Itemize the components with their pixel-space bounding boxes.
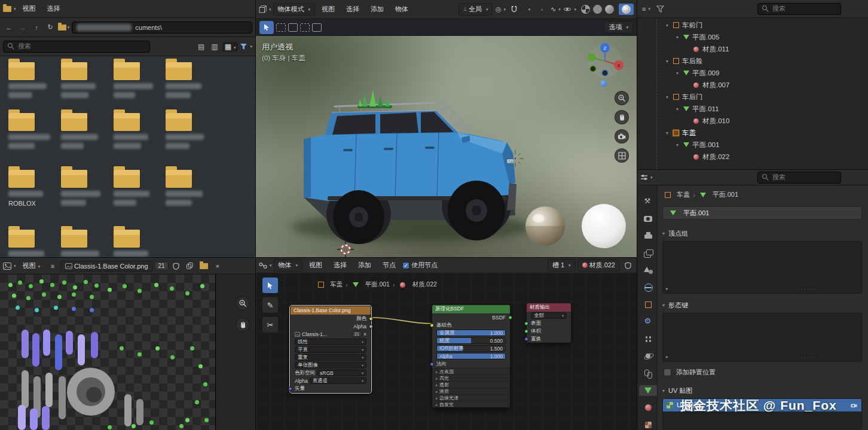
properties-tab-viewlayer[interactable] <box>639 248 657 258</box>
properties-tab-texture[interactable] <box>639 419 657 430</box>
folder-item[interactable] <box>114 230 161 257</box>
bsdf-section-高光[interactable]: ▸高光 <box>432 374 510 381</box>
bsdf-section-次表面[interactable]: ▸次表面 <box>432 368 510 374</box>
properties-tab-data[interactable] <box>639 385 657 396</box>
bsdf-section-边缘光泽[interactable]: ▸边缘光泽 <box>432 394 510 401</box>
folder-item[interactable]: ROBLOX <box>8 170 56 207</box>
image-datablock-selector[interactable]: Classis-1.Base Color.png <box>60 261 153 272</box>
outliner-filter-button[interactable] <box>654 3 666 15</box>
outliner-row[interactable]: ▾平面.001 <box>637 139 868 151</box>
path-field[interactable]: cuments\ <box>72 22 252 33</box>
pivot-point-selector[interactable]: ◎ <box>494 4 506 16</box>
properties-search-input[interactable]: 搜索 <box>757 172 841 184</box>
list-filter-toggle[interactable]: ▸ <box>666 286 668 291</box>
node-graph[interactable]: ✎ ✂ 车盖 › 平面.001 › 材质.022 Classis-1.Base … <box>256 273 637 430</box>
add-rest-position-checkbox[interactable] <box>664 368 671 376</box>
list-filter-toggle[interactable]: ▸ <box>666 354 668 359</box>
users-count-badge[interactable]: 21 <box>155 261 169 270</box>
dropdown-线性[interactable]: 线性 <box>295 338 366 345</box>
breadcrumb-data[interactable]: 平面.001 <box>713 190 738 199</box>
target-selector[interactable]: 全部 <box>531 312 567 319</box>
menu-view[interactable]: 视图 <box>18 3 41 14</box>
shader-type-selector[interactable]: 物体 <box>274 259 303 272</box>
users-count-badge[interactable]: 21 <box>352 331 362 337</box>
editor-type-button[interactable]: ≡ <box>640 3 652 15</box>
bsdf-section-涂层[interactable]: ▸涂层 <box>432 388 510 394</box>
options-button[interactable]: 选项 <box>604 21 633 33</box>
alpha-output-socket[interactable] <box>369 324 373 328</box>
置换-input-socket[interactable] <box>524 337 528 341</box>
properties-tab-scene[interactable] <box>639 265 657 276</box>
properties-tab-particles[interactable] <box>639 334 657 344</box>
select-mode-subtract[interactable] <box>300 23 310 32</box>
slider-IOR折射率[interactable]: IOR折射率1.500 <box>436 345 506 352</box>
display-thumbnail-button[interactable]: ▦ <box>222 42 239 51</box>
zoom-button[interactable] <box>615 91 629 105</box>
create-folder-button[interactable]: + <box>58 22 70 33</box>
alpha-mode-selector[interactable]: 直通道 <box>310 377 366 384</box>
breadcrumb-object[interactable]: 车盖 <box>330 280 343 289</box>
folder-item[interactable] <box>61 62 109 98</box>
color-output-socket[interactable] <box>369 316 373 321</box>
editor-type-button[interactable] <box>259 4 271 16</box>
folder-item[interactable] <box>8 113 56 149</box>
select-box-tool[interactable] <box>259 21 274 34</box>
folder-item[interactable] <box>8 230 56 257</box>
outliner-row[interactable]: ▾平面.009 <box>637 67 868 79</box>
fake-user-button[interactable] <box>622 260 634 272</box>
expand-chevron-icon[interactable]: ▾ <box>664 94 671 100</box>
snap-toggle[interactable] <box>508 4 520 16</box>
menu-view[interactable]: 视图 <box>18 260 45 272</box>
menus-collapsed-button[interactable]: ≡ <box>47 260 59 272</box>
editor-type-button[interactable] <box>3 260 16 272</box>
unlink-button[interactable]: × <box>363 331 366 337</box>
expand-chevron-icon[interactable]: ▾ <box>664 59 671 64</box>
slider-金属度[interactable]: 金属度1.000 <box>436 330 506 336</box>
pan-button[interactable] <box>615 110 629 124</box>
menu-view[interactable]: 视图 <box>317 4 340 15</box>
menu-view[interactable]: 视图 <box>304 260 327 271</box>
shading-material-button[interactable] <box>605 5 614 14</box>
outliner-row[interactable]: ▾车后脸 <box>637 55 868 67</box>
expand-chevron-icon[interactable]: ▾ <box>664 130 671 136</box>
expand-chevron-icon[interactable]: ▾ <box>664 23 671 28</box>
material-output-node[interactable]: 材质输出 全部 表面体积置换 <box>526 303 571 343</box>
node-title[interactable]: 材质输出 <box>527 303 571 312</box>
expand-chevron-icon[interactable]: ▾ <box>674 71 681 76</box>
shading-solid-button[interactable] <box>593 5 602 14</box>
folder-item[interactable] <box>61 113 109 149</box>
menu-object[interactable]: 物体 <box>390 4 413 15</box>
shading-rendered-active[interactable] <box>619 4 634 15</box>
editor-type-button[interactable] <box>3 3 16 15</box>
dropdown-平直[interactable]: 平直 <box>295 346 366 353</box>
outliner-row[interactable]: ▾车后门 <box>637 91 868 103</box>
render-camera-icon[interactable] <box>850 402 858 408</box>
outliner-row[interactable]: 材质.022 <box>637 151 868 163</box>
zoom-button[interactable] <box>236 296 250 310</box>
texture-canvas[interactable] <box>0 275 216 430</box>
viewport-canvas[interactable]: 用户透视 (0) 车身 | 车盖 X Z <box>256 36 637 257</box>
select-tool[interactable] <box>262 277 279 294</box>
snap-with-selector[interactable] <box>522 4 534 16</box>
colorspace-selector[interactable]: sRGB <box>317 370 366 376</box>
outliner-row[interactable]: 材质.011 <box>637 43 868 55</box>
refresh-button[interactable]: ↻ <box>44 22 56 33</box>
properties-tab-render[interactable] <box>639 214 657 224</box>
node-title[interactable]: 原理化BSDF <box>432 305 510 313</box>
file-search-input[interactable]: 搜索 <box>3 41 150 53</box>
expand-chevron-icon[interactable]: ▾ <box>674 142 681 148</box>
folder-item[interactable] <box>61 230 109 257</box>
bsdf-section-自发光[interactable]: ▸自发光 <box>432 401 510 407</box>
open-image-button[interactable] <box>198 260 210 272</box>
properties-tab-material[interactable] <box>639 402 657 413</box>
select-mode-extend[interactable] <box>288 23 298 32</box>
folder-item[interactable] <box>8 62 56 98</box>
vector-input-socket[interactable] <box>288 386 292 391</box>
mode-selector[interactable]: 物体模式 <box>273 3 316 16</box>
vertex-groups-list[interactable]: ▸ ······ <box>662 241 862 294</box>
outliner-row[interactable]: 材质.007 <box>637 79 868 91</box>
bsdf-section-透射[interactable]: ▸透射 <box>432 381 510 388</box>
slot-selector[interactable]: 槽 1 <box>548 259 576 272</box>
menu-select[interactable]: 选择 <box>329 260 352 271</box>
up-button[interactable]: ↑ <box>30 22 42 33</box>
